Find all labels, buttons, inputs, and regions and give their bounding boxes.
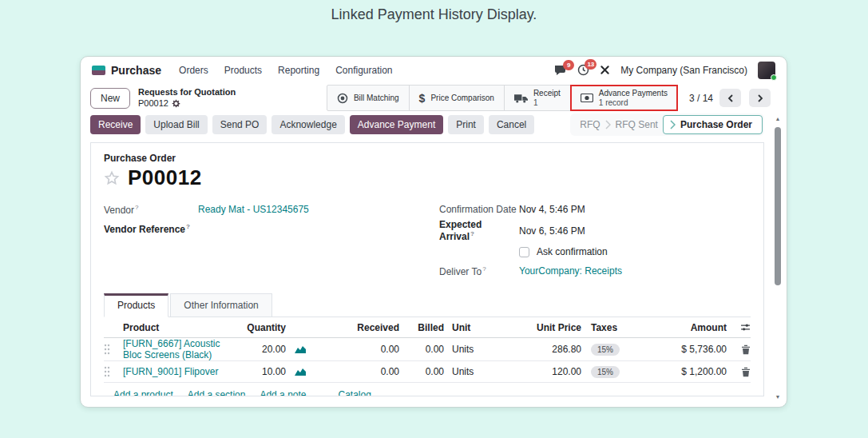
acknowledge-button[interactable]: Acknowledge: [271, 115, 344, 134]
smart-button-receipt[interactable]: Receipt 1: [505, 86, 571, 110]
chevron-right-icon: [605, 120, 611, 129]
product-link[interactable]: [FURN_9001] Flipover: [123, 366, 218, 377]
confirmation-date-value[interactable]: Nov 4, 5:46 PM: [519, 204, 585, 215]
print-button[interactable]: Print: [448, 115, 484, 134]
stage-purchase-order[interactable]: Purchase Order: [663, 115, 763, 134]
menu-configuration[interactable]: Configuration: [329, 62, 398, 79]
online-status-dot: [771, 74, 777, 81]
breadcrumb-parent[interactable]: Requests for Quotation: [138, 87, 236, 98]
send-po-button[interactable]: Send PO: [212, 115, 268, 134]
header-billed[interactable]: Billed: [399, 322, 444, 333]
app-brand[interactable]: Purchase: [92, 64, 161, 77]
star-favorite-icon[interactable]: [104, 170, 120, 186]
fields-right-column: Confirmation Date Nov 4, 5:46 PM Expecte…: [439, 200, 751, 281]
add-note-link[interactable]: Add a note: [260, 389, 306, 396]
scrollbar-thumb[interactable]: [775, 127, 781, 285]
tab-products[interactable]: Products: [104, 293, 168, 317]
cell-received[interactable]: 0.00: [315, 366, 399, 377]
header-amount[interactable]: Amount: [644, 322, 727, 333]
menu-products[interactable]: Products: [218, 62, 268, 79]
cell-unit[interactable]: Units: [444, 344, 503, 355]
messages-button[interactable]: 9: [554, 65, 567, 76]
vendor-reference-field[interactable]: Vendor Reference?: [104, 219, 415, 238]
form-view: Purchase Order P00012 Vendor? Ready Mat …: [81, 141, 787, 407]
vendor-field: Vendor? Ready Mat - US12345675: [104, 200, 415, 219]
statusbar-row: Receive Upload Bill Send PO Acknowledge …: [81, 113, 787, 141]
pager-value: 3 / 14: [689, 93, 713, 104]
user-avatar[interactable]: [758, 62, 775, 79]
vertical-scrollbar[interactable]: ▲ ▼: [773, 115, 783, 401]
smart-button-bill-matching[interactable]: Bill Matching: [327, 86, 410, 110]
catalog-link[interactable]: Catalog: [339, 389, 371, 396]
debug-tools-button[interactable]: [600, 65, 610, 75]
advance-payment-button[interactable]: Advance Payment: [350, 115, 443, 134]
page-title: Linked Payment History Display.: [0, 0, 868, 23]
vendor-value-link[interactable]: Ready Mat - US12345675: [198, 204, 309, 215]
tab-other-information[interactable]: Other Information: [170, 293, 271, 317]
pager-next-button[interactable]: [749, 89, 771, 107]
pager-previous-button[interactable]: [719, 89, 741, 107]
receive-button[interactable]: Receive: [90, 115, 141, 134]
cell-billed[interactable]: 0.00: [399, 344, 444, 355]
table-row[interactable]: [FURN_6667] Acoustic Bloc Screens (Black…: [104, 338, 751, 361]
header-quantity[interactable]: Quantity: [233, 322, 286, 333]
expected-arrival-value[interactable]: Nov 6, 5:46 PM: [519, 225, 585, 237]
cell-quantity[interactable]: 10.00: [233, 366, 286, 377]
drag-handle-icon[interactable]: [104, 344, 110, 355]
main-navbar: Purchase Orders Products Reporting Confi…: [81, 57, 787, 83]
upload-bill-button[interactable]: Upload Bill: [145, 115, 207, 134]
activities-button[interactable]: 13: [577, 64, 589, 76]
header-unit[interactable]: Unit: [444, 322, 503, 333]
tax-badge[interactable]: 15%: [591, 344, 620, 356]
smart-button-advance-payments[interactable]: Advance Payments 1 record: [571, 86, 677, 110]
smart-button-sublabel: 1: [533, 98, 561, 108]
chevron-right-icon: [670, 120, 676, 129]
truck-icon: [514, 94, 528, 103]
header-product[interactable]: Product: [123, 322, 233, 333]
doc-number[interactable]: P00012: [128, 165, 202, 190]
ask-confirmation-checkbox[interactable]: [519, 247, 529, 257]
scroll-down-arrow-icon[interactable]: ▼: [773, 393, 783, 401]
forecast-chart-icon[interactable]: [294, 367, 307, 376]
tax-badge[interactable]: 15%: [591, 366, 620, 378]
table-row[interactable]: [FURN_9001] Flipover 10.00 0.00 0.00 Uni…: [104, 361, 751, 383]
header-received[interactable]: Received: [315, 322, 399, 333]
help-marker: ?: [135, 204, 138, 211]
cell-unit-price[interactable]: 120.00: [503, 366, 581, 377]
cell-unit[interactable]: Units: [444, 366, 503, 377]
scroll-up-arrow-icon[interactable]: ▲: [773, 115, 783, 123]
delete-row-icon[interactable]: [741, 367, 751, 377]
optional-columns-icon[interactable]: [740, 323, 751, 332]
add-section-link[interactable]: Add a section: [188, 389, 246, 396]
stage-rfq-sent[interactable]: RFQ Sent: [616, 119, 658, 130]
smart-button-label: Bill Matching: [354, 94, 399, 103]
product-link[interactable]: [FURN_6667] Acoustic Bloc Screens (Black…: [123, 338, 220, 360]
forecast-chart-icon[interactable]: [294, 344, 307, 354]
deliver-to-label: Deliver To?: [439, 265, 519, 277]
smart-button-label: Price Comparison: [430, 94, 493, 103]
new-button[interactable]: New: [90, 88, 130, 109]
deliver-to-value-link[interactable]: YourCompany: Receipts: [519, 265, 622, 277]
cancel-button[interactable]: Cancel: [489, 115, 534, 134]
stage-rfq[interactable]: RFQ: [580, 119, 600, 130]
menu-reporting[interactable]: Reporting: [271, 62, 326, 79]
expected-arrival-field: Expected Arrival? Nov 6, 5:46 PM: [439, 219, 751, 242]
nav-menus: Orders Products Reporting Configuration: [172, 62, 398, 79]
delete-row-icon[interactable]: [741, 344, 751, 355]
drag-handle-icon[interactable]: [104, 366, 110, 377]
smart-button-price-comparison[interactable]: $ Price Comparison: [410, 86, 505, 110]
tools-icon: [600, 65, 610, 75]
menu-orders[interactable]: Orders: [172, 62, 215, 79]
vendor-label: Vendor?: [104, 204, 198, 216]
company-switcher[interactable]: My Company (San Francisco): [620, 65, 747, 76]
cell-billed[interactable]: 0.00: [399, 366, 444, 377]
cell-quantity[interactable]: 20.00: [233, 344, 286, 355]
cell-unit-price[interactable]: 286.80: [503, 344, 581, 355]
add-product-link[interactable]: Add a product: [113, 389, 173, 396]
cell-received[interactable]: 0.00: [315, 344, 399, 355]
money-bill-icon: [581, 94, 593, 102]
header-unit-price[interactable]: Unit Price: [503, 322, 581, 333]
record-pager: 3 / 14: [689, 89, 771, 107]
gear-icon[interactable]: [172, 99, 180, 108]
header-taxes[interactable]: Taxes: [581, 322, 644, 333]
